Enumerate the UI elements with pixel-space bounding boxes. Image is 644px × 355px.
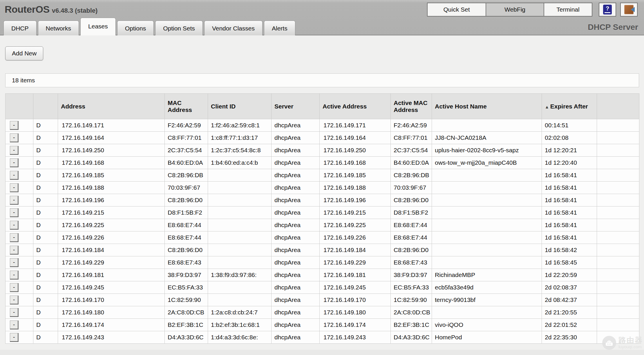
- cell-blank: [597, 119, 639, 132]
- cell-active-address: 172.16.149.196: [320, 194, 391, 207]
- remove-lease-button[interactable]: -: [10, 258, 19, 267]
- cell-address: 172.16.149.188: [58, 182, 165, 194]
- tab-alerts[interactable]: Alerts: [264, 21, 295, 35]
- lease-flag: D: [33, 306, 58, 319]
- cell-action: -: [6, 281, 33, 294]
- cell-active-host: [432, 119, 542, 132]
- tab-dhcp[interactable]: DHCP: [3, 21, 37, 35]
- lease-flag: D: [33, 231, 58, 244]
- remove-lease-button[interactable]: -: [10, 208, 19, 217]
- column-header-blank-1: [33, 94, 58, 119]
- tab-leases[interactable]: Leases: [80, 18, 116, 35]
- cell-active-mac: C8:2B:96:D0: [391, 244, 432, 256]
- column-header-label: Server: [274, 103, 293, 110]
- cell-blank: [597, 331, 639, 344]
- cell-blank: [597, 231, 639, 244]
- cell-mac: EC:B5:FA:33: [165, 281, 208, 294]
- remove-lease-button[interactable]: -: [10, 158, 19, 167]
- cell-address: 172.16.149.164: [58, 132, 165, 144]
- lease-row: -D172.16.149.18138:F9:D3:971:38:f9:d3:97…: [6, 269, 639, 281]
- cell-address: 172.16.149.181: [58, 269, 165, 281]
- cell-server: dhcpArea: [272, 331, 320, 344]
- cell-address: 172.16.149.225: [58, 219, 165, 231]
- remove-lease-button[interactable]: -: [10, 296, 19, 305]
- column-header-address[interactable]: Address: [58, 94, 165, 119]
- cell-active-address: 172.16.149.170: [320, 294, 391, 306]
- lease-row: -D172.16.149.215D8:F1:5B:F2dhcpArea172.1…: [6, 207, 639, 219]
- cell-action: -: [6, 306, 33, 319]
- remove-lease-button[interactable]: -: [10, 183, 19, 192]
- items-count-label: 18 items: [12, 77, 35, 84]
- table-header-row: AddressMAC AddressClient IDServerActive …: [6, 94, 639, 119]
- lease-row: -D172.16.149.229E8:68:E7:43dhcpArea172.1…: [6, 256, 639, 269]
- cell-mac: D8:F1:5B:F2: [165, 207, 208, 219]
- tab-options[interactable]: Options: [117, 21, 154, 35]
- column-header-expires-after[interactable]: ▲Expires After: [542, 94, 597, 119]
- cell-active-mac: B4:60:ED:0A: [391, 157, 432, 169]
- remove-lease-button[interactable]: -: [10, 146, 19, 155]
- cell-action: -: [6, 157, 33, 169]
- remove-lease-button[interactable]: -: [10, 196, 19, 205]
- logout-button[interactable]: [620, 3, 638, 17]
- cell-client-id: 1:2c:37:c5:54:8c:8: [208, 144, 272, 157]
- cell-client-id: [208, 194, 272, 207]
- column-header-active-host-name[interactable]: Active Host Name: [432, 94, 542, 119]
- lease-flag: D: [33, 144, 58, 157]
- cell-server: dhcpArea: [272, 119, 320, 132]
- tab-networks[interactable]: Networks: [38, 21, 79, 35]
- cell-client-id: 1:b2:ef:3b:1c:68:1: [208, 319, 272, 331]
- cell-active-host: HomePod: [432, 331, 542, 344]
- remove-lease-button[interactable]: -: [10, 171, 19, 180]
- remove-lease-button[interactable]: -: [10, 333, 19, 342]
- cell-address: 172.16.149.168: [58, 157, 165, 169]
- cell-mac: C8:2B:96:DB: [165, 169, 208, 182]
- remove-lease-button[interactable]: -: [10, 121, 19, 130]
- remove-lease-button[interactable]: -: [10, 233, 19, 242]
- cell-active-mac: EC:B5:FA:33: [391, 281, 432, 294]
- cell-server: dhcpArea: [272, 157, 320, 169]
- cell-active-address: 172.16.149.171: [320, 119, 391, 132]
- help-button[interactable]: ?: [599, 3, 616, 17]
- cell-blank: [597, 132, 639, 144]
- tab-option-sets[interactable]: Option Sets: [155, 21, 203, 35]
- cell-active-mac: 38:F9:D3:97: [391, 269, 432, 281]
- cell-mac: 38:F9:D3:97: [165, 269, 208, 281]
- cell-expires: 1d 16:58:42: [542, 244, 597, 256]
- cell-active-host: uplus-haier-0202-8cc9-v5-sapz: [432, 144, 542, 157]
- cell-address: 172.16.149.215: [58, 207, 165, 219]
- column-header-label: Client ID: [211, 103, 236, 110]
- cell-expires: 1d 16:58:41: [542, 219, 597, 231]
- cell-action: -: [6, 219, 33, 231]
- cell-client-id: 1:c8:ff:77:1:d3:17: [208, 132, 272, 144]
- cell-client-id: [208, 231, 272, 244]
- cell-active-host: ecb5fa33e49d: [432, 281, 542, 294]
- remove-lease-button[interactable]: -: [10, 246, 19, 255]
- cell-server: dhcpArea: [272, 182, 320, 194]
- tab-vendor-classes[interactable]: Vendor Classes: [204, 21, 263, 35]
- column-header-active-address[interactable]: Active Address: [320, 94, 391, 119]
- lease-row: -D172.16.149.164C8:FF:77:011:c8:ff:77:1:…: [6, 132, 639, 144]
- cell-active-address: 172.16.149.243: [320, 331, 391, 344]
- column-header-client-id[interactable]: Client ID: [208, 94, 272, 119]
- cell-client-id: [208, 207, 272, 219]
- remove-lease-button[interactable]: -: [10, 283, 19, 292]
- nav-button-quick-set[interactable]: Quick Set: [427, 3, 486, 17]
- lease-row: -D172.16.149.1802A:C8:0D:CB1:2a:c8:d:cb:…: [6, 306, 639, 319]
- remove-lease-button[interactable]: -: [10, 221, 19, 230]
- column-header-mac-address[interactable]: MAC Address: [165, 94, 208, 119]
- cell-address: 172.16.149.170: [58, 294, 165, 306]
- cell-address: 172.16.149.250: [58, 144, 165, 157]
- nav-button-webfig[interactable]: WebFig: [486, 3, 544, 17]
- cell-action: -: [6, 182, 33, 194]
- remove-lease-button[interactable]: -: [10, 133, 19, 142]
- cell-expires: 2d 02:08:37: [542, 281, 597, 294]
- remove-lease-button[interactable]: -: [10, 271, 19, 280]
- column-header-server[interactable]: Server: [272, 94, 320, 119]
- cell-active-address: 172.16.149.168: [320, 157, 391, 169]
- column-header-active-mac-address[interactable]: Active MAC Address: [391, 94, 432, 119]
- add-new-button[interactable]: Add New: [5, 46, 43, 60]
- remove-lease-button[interactable]: -: [10, 308, 19, 317]
- nav-button-terminal[interactable]: Terminal: [544, 3, 592, 17]
- remove-lease-button[interactable]: -: [10, 320, 19, 329]
- cell-action: -: [6, 132, 33, 144]
